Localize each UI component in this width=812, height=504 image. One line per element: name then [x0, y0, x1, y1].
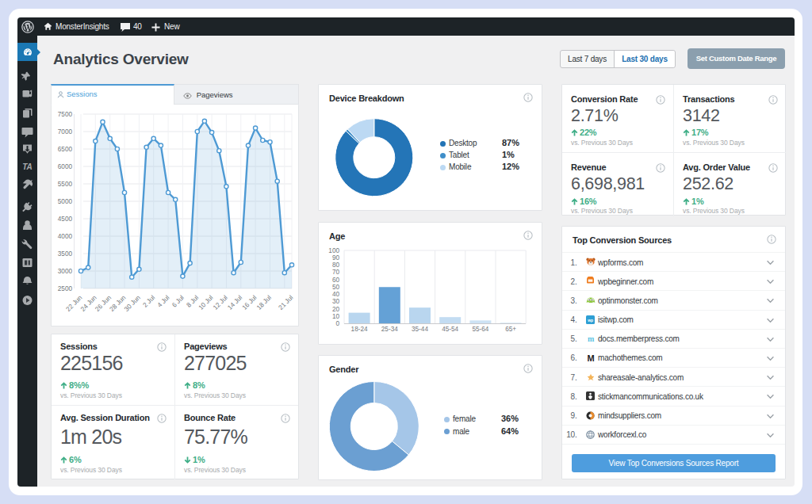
svg-text:m: m — [588, 334, 595, 343]
svg-text:90: 90 — [332, 254, 340, 262]
svg-text:30: 30 — [332, 298, 340, 305]
svg-text:55-64: 55-64 — [472, 326, 488, 333]
svg-text:80: 80 — [332, 262, 340, 269]
svg-text:70: 70 — [332, 269, 340, 276]
svg-text:45-54: 45-54 — [442, 326, 458, 333]
svg-text:25-34: 25-34 — [381, 326, 398, 333]
svg-text:wp: wp — [587, 317, 593, 322]
svg-text:35-44: 35-44 — [412, 326, 428, 333]
svg-text:10: 10 — [332, 313, 340, 320]
svg-text:60: 60 — [332, 277, 340, 284]
svg-text:65+: 65+ — [505, 326, 516, 333]
svg-text:50: 50 — [332, 284, 340, 291]
svg-text:M: M — [588, 353, 595, 363]
svg-text:20: 20 — [332, 306, 340, 313]
svg-text:100: 100 — [328, 247, 339, 254]
svg-text:TA: TA — [22, 162, 33, 171]
svg-text:18-24: 18-24 — [351, 326, 368, 333]
svg-text:40: 40 — [332, 291, 340, 298]
svg-text:0: 0 — [335, 320, 339, 327]
